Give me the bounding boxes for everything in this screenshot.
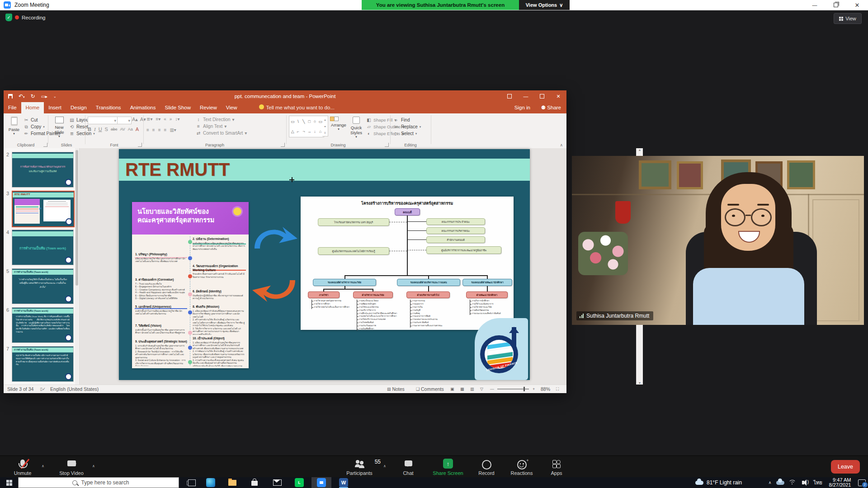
find-button[interactable]: ⌕Find [394, 117, 421, 123]
taskbar-store[interactable] [245, 477, 264, 488]
slideshow-button[interactable]: ▽ [480, 387, 483, 391]
slide-thumbnail-4[interactable]: การทำงานเป็นทีม (Team work) [12, 230, 74, 265]
columns-button[interactable]: ▥▾ [170, 127, 176, 132]
character-spacing-button[interactable]: AV [120, 127, 125, 131]
action-center-button[interactable]: 2 [855, 477, 868, 488]
font-dialog-launcher[interactable] [138, 143, 142, 147]
text-direction-button[interactable]: ↕Text Direction ▾ [196, 116, 247, 123]
align-left-button[interactable]: ≡ [146, 127, 149, 132]
reactions-button[interactable]: + Reactions [505, 458, 538, 476]
zoom-in-button[interactable]: + [533, 387, 535, 391]
share-button[interactable]: ⚉ Share [537, 102, 566, 113]
strikethrough-button[interactable]: abc [111, 127, 118, 131]
participants-chevron[interactable]: ∧ [383, 464, 386, 468]
taskbar-word[interactable]: W [334, 477, 354, 488]
webcam-video-tile[interactable]: Suthisa Juntarbutra Rmutt [572, 156, 864, 325]
ppt-titlebar[interactable]: ppt. communecation and team - PowerPoint… [4, 90, 566, 102]
clipboard-dialog-launcher[interactable] [43, 143, 47, 147]
tab-transitions[interactable]: Transitions [91, 102, 126, 113]
tab-insert[interactable]: Insert [44, 102, 66, 113]
grow-font-button[interactable]: A▴ [132, 117, 138, 122]
align-text-button[interactable]: ≡Align Text ▾ [196, 123, 247, 130]
increase-indent-button[interactable]: » [170, 117, 172, 122]
slide-thumbnail-3-selected[interactable]: RTE RMUTT ⇄ [12, 191, 75, 227]
window-restore-button[interactable] [826, 0, 846, 10]
stop-video-button[interactable]: Stop Video [53, 458, 90, 476]
weather-widget[interactable]: 81°F Light rain [695, 477, 763, 488]
thumbnail-scrollbar[interactable] [75, 148, 79, 385]
shapes-gallery[interactable]: ▭\╲□○▭ △⌐¬→↓⌂ [289, 116, 324, 137]
comments-button[interactable]: ❑ Comments [416, 386, 444, 392]
language-status[interactable]: English (United States) [50, 386, 99, 392]
change-case-button[interactable]: Aa [128, 127, 133, 131]
share-screen-button[interactable]: ↑ Share Screen [428, 458, 468, 476]
collapse-ribbon-button[interactable]: ∧ [560, 143, 563, 147]
task-view-button[interactable] [183, 477, 201, 488]
shapes-gallery-scroll[interactable]: ▴▾≡ [322, 116, 328, 136]
ppt-minimize-button[interactable]: — [518, 90, 534, 102]
slide-thumbnail-7[interactable]: การทำงานเป็นทีม (Team work) สรุป ทำไม ต้… [12, 346, 74, 382]
paragraph-dialog-launcher[interactable] [281, 143, 285, 147]
onedrive-tray-icon[interactable] [775, 477, 786, 488]
tab-view[interactable]: View [222, 102, 242, 113]
arrange-button[interactable]: Arrange▾ [330, 116, 347, 142]
volume-tray-icon[interactable] [798, 477, 810, 488]
bold-button[interactable]: B [88, 127, 91, 132]
convert-smartart-button[interactable]: ⇄Convert to SmartArt ▾ [196, 130, 247, 136]
tab-home[interactable]: Home [21, 102, 44, 113]
tab-animations[interactable]: Animations [126, 102, 160, 113]
audio-options-chevron[interactable]: ∧ [42, 464, 44, 468]
font-size-combobox[interactable]: ▾ [117, 117, 132, 124]
font-color-button[interactable]: A [136, 127, 139, 132]
taskbar-line[interactable]: L [289, 477, 309, 488]
record-button[interactable]: Record [474, 458, 499, 476]
tray-expand-chevron[interactable]: ∧ [765, 477, 775, 488]
redo-icon[interactable]: ↻ [31, 93, 35, 99]
center-button[interactable]: ≡ [152, 127, 155, 132]
new-slide-button[interactable]: New Slide▾ [50, 116, 68, 142]
numbering-button[interactable]: ≡▾ [156, 117, 160, 122]
taskbar-mail[interactable] [267, 477, 287, 488]
save-icon[interactable] [8, 94, 13, 99]
window-close-button[interactable]: ✕ [847, 0, 868, 10]
unmute-button[interactable]: Unmute [6, 458, 39, 476]
underline-button[interactable]: U [99, 127, 102, 132]
slide-sorter-button[interactable]: ▦ [460, 387, 464, 391]
tell-me-box[interactable]: Tell me what you want to do... [255, 102, 340, 113]
slide[interactable]: RTE RMUTT นโยบายและวิสัยทัศน์ของ คณะครุศ… [119, 149, 530, 380]
drawing-dialog-launcher[interactable] [385, 143, 389, 147]
start-slideshow-icon[interactable]: ▭▸ [41, 94, 47, 99]
window-minimize-button[interactable]: — [804, 0, 825, 10]
view-layout-button[interactable]: View [834, 13, 862, 24]
slide-thumbnail-2[interactable]: การสื่อสารเพื่อการพัฒนาศักยภาพบุคลากร แล… [12, 152, 74, 188]
apps-button[interactable]: Apps [545, 458, 568, 476]
tab-file[interactable]: File [4, 102, 21, 113]
language-indicator[interactable]: ไทย [811, 477, 825, 488]
decrease-indent-button[interactable]: « [164, 117, 166, 122]
zoom-out-button[interactable]: — [490, 387, 494, 391]
zoom-slider[interactable] [497, 389, 529, 389]
ppt-close-button[interactable]: ✕ [550, 90, 566, 102]
text-shadow-button[interactable]: S [105, 127, 108, 132]
tab-review[interactable]: Review [195, 102, 222, 113]
view-options-button[interactable]: View Options∨ [519, 0, 570, 10]
reading-view-button[interactable]: ▥ [470, 387, 474, 391]
taskbar-edge[interactable] [201, 477, 221, 488]
tab-design[interactable]: Design [66, 102, 91, 113]
undo-icon[interactable]: ↶▾ [19, 93, 25, 99]
italic-button[interactable]: I [94, 127, 96, 132]
clock[interactable]: 9:47 AM 8/27/2021 [826, 477, 854, 488]
sign-in-button[interactable]: Sign in [510, 102, 535, 113]
participants-button[interactable]: Participants 55 [340, 458, 379, 476]
customize-qat-icon[interactable]: ⌄ [53, 94, 57, 99]
tab-slideshow[interactable]: Slide Show [160, 102, 196, 113]
ribbon-display-options-button[interactable] [501, 90, 518, 102]
spellcheck-icon[interactable]: ▯✓ [40, 387, 46, 391]
fit-slide-button[interactable]: ⛶ [556, 387, 559, 392]
select-button[interactable]: ▷Select ▾ [394, 130, 421, 137]
wifi-tray-icon[interactable] [787, 477, 797, 488]
normal-view-button[interactable]: ▣ [450, 387, 454, 391]
zoom-percentage[interactable]: 88% [541, 386, 550, 392]
notes-button[interactable]: ▤ Notes [387, 386, 405, 392]
chat-button[interactable]: Chat [397, 458, 420, 476]
